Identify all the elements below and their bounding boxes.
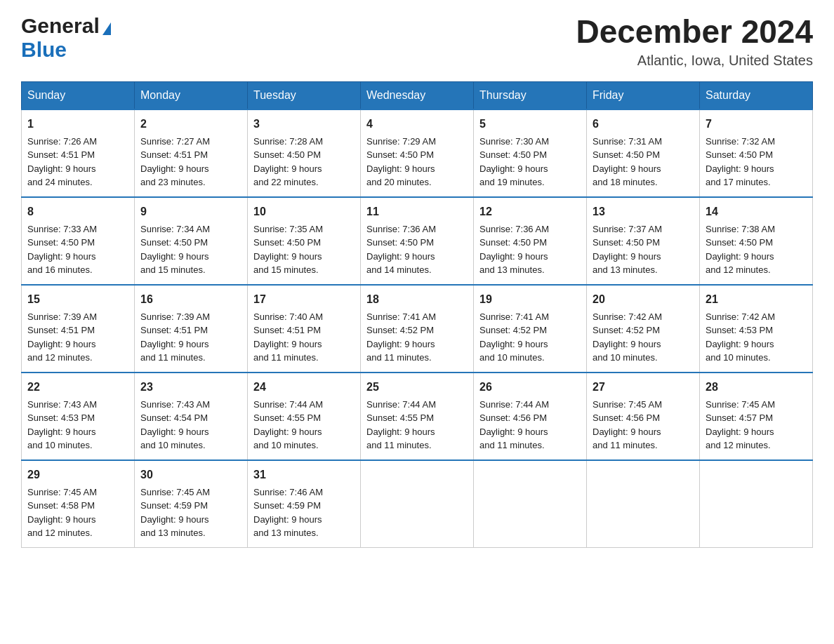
- day-info: Sunrise: 7:42 AMSunset: 4:52 PMDaylight:…: [593, 311, 662, 363]
- day-number: 5: [479, 116, 581, 133]
- calendar-cell: 12 Sunrise: 7:36 AMSunset: 4:50 PMDaylig…: [474, 197, 587, 285]
- calendar-cell: 1 Sunrise: 7:26 AMSunset: 4:51 PMDayligh…: [22, 109, 135, 197]
- day-number: 29: [27, 467, 128, 483]
- calendar-cell: [587, 460, 700, 548]
- day-number: 27: [593, 379, 694, 396]
- day-number: 4: [366, 116, 468, 133]
- calendar-cell: 4 Sunrise: 7:29 AMSunset: 4:50 PMDayligh…: [361, 109, 474, 197]
- weekday-header-sunday: Sunday: [22, 81, 135, 109]
- day-info: Sunrise: 7:44 AMSunset: 4:56 PMDaylight:…: [479, 399, 549, 451]
- calendar-cell: 6 Sunrise: 7:31 AMSunset: 4:50 PMDayligh…: [587, 109, 700, 197]
- day-info: Sunrise: 7:40 AMSunset: 4:51 PMDaylight:…: [253, 311, 323, 363]
- page-header: General Blue December 2024 Atlantic, Iow…: [21, 14, 813, 69]
- calendar-cell: [474, 460, 587, 548]
- week-row-2: 8 Sunrise: 7:33 AMSunset: 4:50 PMDayligh…: [22, 197, 813, 285]
- day-number: 9: [140, 203, 241, 220]
- weekday-header-monday: Monday: [135, 81, 248, 109]
- day-number: 10: [253, 203, 355, 220]
- day-info: Sunrise: 7:42 AMSunset: 4:53 PMDaylight:…: [706, 311, 775, 363]
- day-info: Sunrise: 7:38 AMSunset: 4:50 PMDaylight:…: [706, 224, 775, 276]
- logo-line2: Blue: [21, 38, 67, 62]
- calendar-cell: 13 Sunrise: 7:37 AMSunset: 4:50 PMDaylig…: [587, 197, 700, 285]
- day-info: Sunrise: 7:35 AMSunset: 4:50 PMDaylight:…: [253, 224, 323, 276]
- day-number: 26: [479, 379, 581, 396]
- calendar-cell: 3 Sunrise: 7:28 AMSunset: 4:50 PMDayligh…: [248, 109, 361, 197]
- calendar-cell: [700, 460, 813, 548]
- calendar-cell: 31 Sunrise: 7:46 AMSunset: 4:59 PMDaylig…: [248, 460, 361, 548]
- day-info: Sunrise: 7:43 AMSunset: 4:53 PMDaylight:…: [27, 399, 97, 451]
- day-info: Sunrise: 7:32 AMSunset: 4:50 PMDaylight:…: [706, 136, 775, 188]
- day-info: Sunrise: 7:45 AMSunset: 4:59 PMDaylight:…: [140, 487, 210, 539]
- calendar-cell: 30 Sunrise: 7:45 AMSunset: 4:59 PMDaylig…: [135, 460, 248, 548]
- day-info: Sunrise: 7:44 AMSunset: 4:55 PMDaylight:…: [253, 399, 323, 451]
- logo-line1: General: [21, 14, 111, 38]
- day-info: Sunrise: 7:27 AMSunset: 4:51 PMDaylight:…: [140, 136, 210, 188]
- day-number: 23: [140, 379, 241, 396]
- day-number: 19: [479, 291, 581, 308]
- calendar-cell: 27 Sunrise: 7:45 AMSunset: 4:56 PMDaylig…: [587, 373, 700, 460]
- calendar-cell: 15 Sunrise: 7:39 AMSunset: 4:51 PMDaylig…: [22, 285, 135, 373]
- day-number: 15: [27, 291, 128, 308]
- day-info: Sunrise: 7:36 AMSunset: 4:50 PMDaylight:…: [366, 224, 436, 276]
- weekday-header-wednesday: Wednesday: [361, 81, 474, 109]
- day-info: Sunrise: 7:39 AMSunset: 4:51 PMDaylight:…: [140, 311, 210, 363]
- calendar-cell: 29 Sunrise: 7:45 AMSunset: 4:58 PMDaylig…: [22, 460, 135, 548]
- day-number: 25: [366, 379, 468, 396]
- day-info: Sunrise: 7:41 AMSunset: 4:52 PMDaylight:…: [366, 311, 436, 363]
- month-title: December 2024: [576, 14, 813, 50]
- day-info: Sunrise: 7:28 AMSunset: 4:50 PMDaylight:…: [253, 136, 323, 188]
- day-info: Sunrise: 7:45 AMSunset: 4:58 PMDaylight:…: [27, 487, 97, 539]
- calendar-cell: 24 Sunrise: 7:44 AMSunset: 4:55 PMDaylig…: [248, 373, 361, 460]
- day-info: Sunrise: 7:30 AMSunset: 4:50 PMDaylight:…: [479, 136, 549, 188]
- day-number: 3: [253, 116, 355, 133]
- day-number: 8: [27, 203, 128, 220]
- week-row-4: 22 Sunrise: 7:43 AMSunset: 4:53 PMDaylig…: [22, 373, 813, 460]
- day-info: Sunrise: 7:37 AMSunset: 4:50 PMDaylight:…: [593, 224, 662, 276]
- weekday-header-thursday: Thursday: [474, 81, 587, 109]
- calendar-cell: 14 Sunrise: 7:38 AMSunset: 4:50 PMDaylig…: [700, 197, 813, 285]
- weekday-header-saturday: Saturday: [700, 81, 813, 109]
- title-area: December 2024 Atlantic, Iowa, United Sta…: [576, 14, 813, 69]
- day-info: Sunrise: 7:43 AMSunset: 4:54 PMDaylight:…: [140, 399, 210, 451]
- day-number: 1: [27, 116, 128, 133]
- day-number: 18: [366, 291, 468, 308]
- day-number: 17: [253, 291, 355, 308]
- day-number: 22: [27, 379, 128, 396]
- calendar-cell: 23 Sunrise: 7:43 AMSunset: 4:54 PMDaylig…: [135, 373, 248, 460]
- calendar-cell: 17 Sunrise: 7:40 AMSunset: 4:51 PMDaylig…: [248, 285, 361, 373]
- calendar-cell: 2 Sunrise: 7:27 AMSunset: 4:51 PMDayligh…: [135, 109, 248, 197]
- location-subtitle: Atlantic, Iowa, United States: [576, 53, 813, 69]
- logo-triangle-icon: [102, 22, 111, 35]
- calendar-cell: 5 Sunrise: 7:30 AMSunset: 4:50 PMDayligh…: [474, 109, 587, 197]
- day-number: 30: [140, 467, 241, 483]
- day-info: Sunrise: 7:44 AMSunset: 4:55 PMDaylight:…: [366, 399, 436, 451]
- week-row-5: 29 Sunrise: 7:45 AMSunset: 4:58 PMDaylig…: [22, 460, 813, 548]
- day-number: 24: [253, 379, 355, 396]
- calendar-header: SundayMondayTuesdayWednesdayThursdayFrid…: [22, 81, 813, 109]
- day-info: Sunrise: 7:26 AMSunset: 4:51 PMDaylight:…: [27, 136, 97, 188]
- day-number: 2: [140, 116, 241, 133]
- day-number: 31: [253, 467, 355, 483]
- day-number: 28: [706, 379, 807, 396]
- calendar-body: 1 Sunrise: 7:26 AMSunset: 4:51 PMDayligh…: [22, 109, 813, 548]
- day-info: Sunrise: 7:31 AMSunset: 4:50 PMDaylight:…: [593, 136, 662, 188]
- day-info: Sunrise: 7:36 AMSunset: 4:50 PMDaylight:…: [479, 224, 549, 276]
- day-number: 14: [706, 203, 807, 220]
- calendar-cell: 7 Sunrise: 7:32 AMSunset: 4:50 PMDayligh…: [700, 109, 813, 197]
- day-number: 6: [593, 116, 694, 133]
- day-number: 20: [593, 291, 694, 308]
- day-info: Sunrise: 7:46 AMSunset: 4:59 PMDaylight:…: [253, 487, 323, 539]
- calendar-cell: 26 Sunrise: 7:44 AMSunset: 4:56 PMDaylig…: [474, 373, 587, 460]
- calendar-cell: 20 Sunrise: 7:42 AMSunset: 4:52 PMDaylig…: [587, 285, 700, 373]
- day-info: Sunrise: 7:39 AMSunset: 4:51 PMDaylight:…: [27, 311, 97, 363]
- weekday-header-row: SundayMondayTuesdayWednesdayThursdayFrid…: [22, 81, 813, 109]
- day-info: Sunrise: 7:41 AMSunset: 4:52 PMDaylight:…: [479, 311, 549, 363]
- day-info: Sunrise: 7:33 AMSunset: 4:50 PMDaylight:…: [27, 224, 97, 276]
- day-info: Sunrise: 7:29 AMSunset: 4:50 PMDaylight:…: [366, 136, 436, 188]
- day-number: 12: [479, 203, 581, 220]
- weekday-header-friday: Friday: [587, 81, 700, 109]
- day-info: Sunrise: 7:34 AMSunset: 4:50 PMDaylight:…: [140, 224, 210, 276]
- calendar-cell: 8 Sunrise: 7:33 AMSunset: 4:50 PMDayligh…: [22, 197, 135, 285]
- calendar-cell: 10 Sunrise: 7:35 AMSunset: 4:50 PMDaylig…: [248, 197, 361, 285]
- calendar-cell: 21 Sunrise: 7:42 AMSunset: 4:53 PMDaylig…: [700, 285, 813, 373]
